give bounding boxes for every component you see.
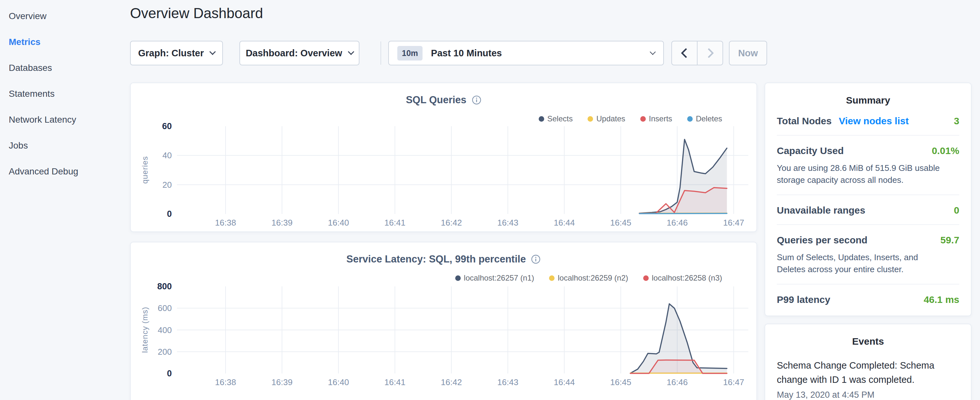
- next-time-button[interactable]: [698, 41, 722, 65]
- legend-dot: [549, 276, 555, 281]
- svg-text:16:42: 16:42: [441, 218, 462, 228]
- now-button[interactable]: Now: [729, 41, 767, 65]
- summary-label: Queries per second: [777, 234, 867, 245]
- summary-label: Unavailable ranges: [777, 205, 865, 216]
- legend-item[interactable]: localhost:26259 (n2): [549, 274, 628, 282]
- chart-title: SQL Queries: [131, 94, 756, 106]
- summary-subtext: Sum of Selects, Updates, Inserts, and De…: [777, 252, 948, 276]
- summary-label: Total Nodes: [777, 116, 832, 126]
- summary-row-queries-per-second: Queries per second 59.7 Sum of Selects, …: [777, 225, 959, 284]
- svg-text:16:44: 16:44: [554, 377, 575, 387]
- events-title: Events: [765, 324, 971, 347]
- summary-label: Capacity Used: [777, 145, 844, 156]
- sidebar-item-jobs[interactable]: Jobs: [0, 133, 129, 159]
- svg-text:16:38: 16:38: [215, 377, 236, 387]
- service-latency-card: 16:3816:3916:4016:4116:4216:4316:4416:45…: [130, 242, 757, 400]
- summary-value: 59.7: [940, 234, 959, 245]
- summary-row-unavailable-ranges: Unavailable ranges 0: [777, 195, 959, 225]
- svg-text:20: 20: [162, 180, 172, 190]
- legend-label: localhost:26259 (n2): [558, 274, 628, 282]
- svg-text:0: 0: [167, 209, 172, 219]
- sidebar-item-advanced-debug[interactable]: Advanced Debug: [0, 159, 129, 185]
- legend-label: Selects: [547, 114, 573, 123]
- summary-label: P99 latency: [777, 294, 830, 305]
- summary-value: 3: [954, 116, 959, 126]
- legend-item[interactable]: Inserts: [640, 114, 672, 123]
- view-nodes-list-link[interactable]: View nodes list: [838, 116, 908, 126]
- chevron-down-icon: [650, 49, 655, 55]
- sidebar-item-statements[interactable]: Statements: [0, 81, 129, 107]
- page-title: Overview Dashboard: [130, 5, 263, 21]
- summary-title: Summary: [765, 83, 971, 106]
- time-range-dropdown[interactable]: 10m Past 10 Minutes: [388, 41, 664, 65]
- sidebar-item-databases[interactable]: Databases: [0, 55, 129, 81]
- event-item[interactable]: Schema Change Completed: Schema change w…: [765, 347, 971, 400]
- sidebar-item-overview[interactable]: Overview: [0, 3, 129, 29]
- summary-panel: Summary Total Nodes View nodes list 3 Ca…: [765, 83, 972, 316]
- y-axis-label: latency (ms): [140, 307, 150, 353]
- legend-item[interactable]: Selects: [539, 114, 573, 123]
- svg-text:60: 60: [162, 121, 172, 131]
- svg-text:16:42: 16:42: [441, 377, 462, 387]
- summary-row-total-nodes: Total Nodes View nodes list 3: [777, 106, 959, 135]
- chart-legend: localhost:26257 (n1)localhost:26259 (n2)…: [455, 274, 722, 282]
- service-latency-chart[interactable]: 16:3816:3916:4016:4116:4216:4316:4416:45…: [131, 242, 757, 395]
- info-icon[interactable]: [472, 95, 481, 105]
- svg-text:16:40: 16:40: [328, 218, 349, 228]
- prev-time-button[interactable]: [672, 41, 698, 65]
- svg-text:16:43: 16:43: [497, 218, 518, 228]
- legend-label: Deletes: [696, 114, 722, 123]
- svg-text:16:47: 16:47: [723, 218, 744, 228]
- svg-text:16:41: 16:41: [384, 218, 406, 228]
- event-message: Schema Change Completed: Schema change w…: [777, 359, 959, 387]
- legend-item[interactable]: localhost:26257 (n1): [455, 274, 534, 282]
- chart-title: Service Latency: SQL, 99th percentile: [131, 253, 756, 265]
- chart-title-text: SQL Queries: [406, 94, 466, 106]
- time-range-label: Past 10 Minutes: [431, 48, 502, 59]
- page: Overview Metrics Databases Statements Ne…: [0, 0, 980, 400]
- dashboard-dropdown[interactable]: Dashboard: Overview: [239, 41, 360, 65]
- svg-text:800: 800: [157, 282, 172, 291]
- legend-item[interactable]: Updates: [587, 114, 625, 123]
- graph-dropdown-label: Graph: Cluster: [138, 48, 204, 59]
- svg-text:16:39: 16:39: [272, 218, 293, 228]
- events-panel: Events Schema Change Completed: Schema c…: [765, 324, 972, 400]
- svg-text:0: 0: [167, 369, 172, 378]
- svg-text:400: 400: [158, 325, 172, 335]
- summary-row-p99-latency: P99 latency 46.1 ms: [777, 284, 959, 314]
- chevron-down-icon: [209, 49, 216, 55]
- legend-label: localhost:26257 (n1): [464, 274, 534, 282]
- sql-queries-card: 16:3816:3916:4016:4116:4216:4316:4416:45…: [130, 83, 757, 232]
- sidebar-item-metrics[interactable]: Metrics: [0, 29, 129, 55]
- svg-text:16:39: 16:39: [272, 377, 293, 387]
- legend-label: localhost:26258 (n3): [652, 274, 722, 282]
- summary-value: 46.1 ms: [924, 294, 959, 305]
- svg-text:16:40: 16:40: [328, 377, 349, 387]
- svg-text:40: 40: [162, 150, 172, 160]
- legend-item[interactable]: Deletes: [687, 114, 722, 123]
- sidebar-item-network-latency[interactable]: Network Latency: [0, 107, 129, 133]
- svg-text:16:46: 16:46: [667, 377, 688, 387]
- svg-text:16:45: 16:45: [610, 377, 631, 387]
- legend-dot: [643, 276, 649, 281]
- svg-text:16:46: 16:46: [667, 218, 688, 228]
- chevron-left-icon: [681, 48, 691, 58]
- legend-label: Updates: [596, 114, 625, 123]
- summary-row-capacity-used: Capacity Used 0.01% You are using 28.6 M…: [777, 135, 959, 195]
- legend-dot: [455, 276, 461, 281]
- time-range-badge: 10m: [397, 46, 423, 61]
- svg-text:200: 200: [158, 347, 172, 357]
- svg-text:16:41: 16:41: [384, 377, 406, 387]
- svg-text:16:47: 16:47: [723, 377, 744, 387]
- chart-title-text: Service Latency: SQL, 99th percentile: [347, 253, 526, 265]
- svg-text:16:38: 16:38: [215, 218, 236, 228]
- toolbar-divider: [380, 41, 381, 65]
- event-timestamp: May 13, 2020 at 4:45 PM: [777, 390, 959, 400]
- legend-item[interactable]: localhost:26258 (n3): [643, 274, 722, 282]
- graph-dropdown[interactable]: Graph: Cluster: [130, 41, 223, 65]
- info-icon[interactable]: [531, 254, 541, 264]
- svg-text:16:45: 16:45: [610, 218, 631, 228]
- legend-dot: [640, 116, 646, 122]
- legend-dot: [687, 116, 693, 122]
- summary-subtext: You are using 28.6 MiB of 515.9 GiB usab…: [777, 162, 948, 186]
